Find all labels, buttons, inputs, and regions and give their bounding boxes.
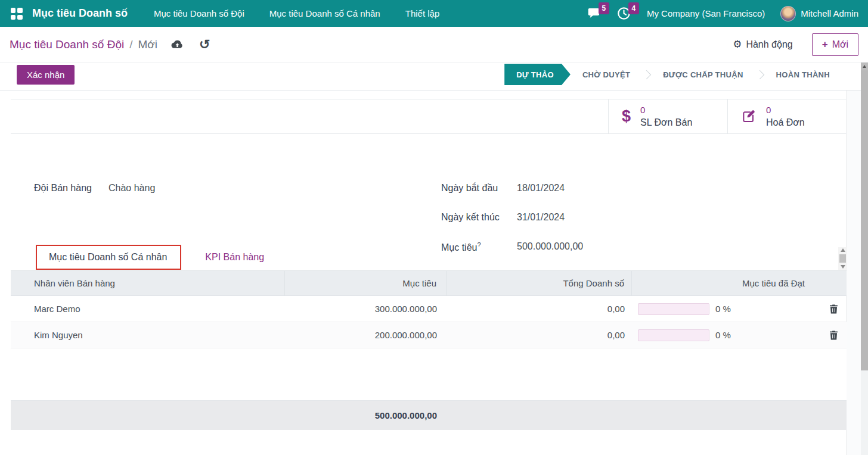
avatar (780, 6, 796, 21)
statusbar: Xác nhận DỰ THẢO CHỜ DUYỆT ĐƯỢC CHẤP THU… (0, 63, 861, 91)
target-total: 500.000.000,00 (285, 410, 447, 420)
scrollbar-thumb[interactable] (839, 254, 846, 263)
sale-orders-count: 0 (640, 104, 692, 116)
total-sales-cell[interactable]: 0,00 (447, 304, 632, 314)
window-scrollbar[interactable] (861, 63, 868, 455)
top-navbar: Mục tiêu Doanh số Mục tiêu Doanh số Đội … (0, 0, 868, 27)
sale-orders-label: SL Đơn Bán (640, 116, 692, 129)
target-cell[interactable]: 200.000.000,00 (285, 330, 447, 340)
messages-badge: 5 (599, 2, 609, 14)
table-total-row: 500.000.000,00 (11, 401, 847, 430)
stage-done[interactable]: HOÀN THÀNH (764, 64, 842, 85)
stage-approved[interactable]: ĐƯỢC CHẤP THUẬN (651, 64, 755, 85)
breadcrumb: Mục tiêu Doanh số Đội / Mới (10, 38, 157, 51)
chevron-right-icon (755, 70, 764, 79)
gear-icon: ⚙ (733, 38, 742, 51)
menu-settings[interactable]: Thiết lập (405, 8, 440, 18)
app-name[interactable]: Mục tiêu Doanh số (32, 7, 128, 20)
tab-personal-sales-target[interactable]: Mục tiêu Doanh số Cá nhân (36, 244, 180, 271)
col-header-target[interactable]: Mục tiêu (285, 271, 447, 295)
form-sheet: $ 0 SL Đơn Bán 0 Hoá Đơn (0, 91, 847, 455)
dollar-icon: $ (622, 107, 631, 126)
table-row[interactable]: Marc Demo 300.000.000,00 0,00 0 % (11, 296, 847, 322)
invoices-count: 0 (766, 104, 805, 116)
apps-menu-icon[interactable] (11, 8, 23, 20)
menu-personal-sales-target[interactable]: Mục tiêu Doanh số Cá nhân (269, 8, 380, 18)
salesperson-cell[interactable]: Kim Nguyen (11, 330, 285, 340)
col-header-total-sales[interactable]: Tổng Doanh số (447, 271, 632, 295)
user-name: Mitchell Admin (801, 8, 858, 18)
breadcrumb-separator: / (129, 38, 132, 51)
breadcrumb-current: Mới (138, 38, 158, 51)
activities-button[interactable]: 4 (617, 7, 631, 21)
salesperson-cell[interactable]: Marc Demo (11, 304, 285, 314)
sales-team-label: Đội Bán hàng (34, 183, 108, 194)
odoo-window: Mục tiêu Doanh số Mục tiêu Doanh số Đội … (0, 0, 868, 455)
achieved-percent: 0 % (715, 304, 731, 314)
scroll-down-icon[interactable] (841, 265, 845, 269)
list-scrollbar[interactable] (838, 247, 847, 270)
edit-square-icon (741, 109, 757, 124)
discard-undo-icon[interactable]: ↺ (199, 39, 210, 51)
personal-target-table: Nhân viên Bán hàng Mục tiêu Tổng Doanh s… (11, 271, 847, 430)
activities-badge: 4 (628, 2, 639, 14)
achieved-percent: 0 % (715, 330, 731, 340)
delete-row-button[interactable] (829, 331, 838, 340)
col-header-salesperson[interactable]: Nhân viên Bán hàng (11, 271, 285, 295)
stage-pipeline: DỰ THẢO CHỜ DUYỆT ĐƯỢC CHẤP THUẬN HOÀN T… (504, 64, 842, 85)
scrollbar-thumb[interactable] (861, 70, 868, 370)
menu-team-sales-target[interactable]: Mục tiêu Doanh số Đội (154, 8, 244, 18)
scroll-up-icon[interactable] (841, 248, 845, 252)
top-menu: Mục tiêu Doanh số Đội Mục tiêu Doanh số … (154, 8, 439, 18)
total-sales-cell[interactable]: 0,00 (447, 330, 632, 340)
form-view: $ 0 SL Đơn Bán 0 Hoá Đơn (0, 91, 861, 455)
company-switcher[interactable]: My Company (San Francisco) (647, 8, 765, 18)
end-date-label: Ngày kết thúc (441, 212, 517, 223)
sales-team-field[interactable]: Chào hàng (108, 183, 155, 194)
stage-draft[interactable]: DỰ THẢO (504, 64, 571, 85)
start-date-label: Ngày bắt đầu (441, 183, 517, 194)
scroll-up-icon[interactable] (861, 63, 868, 70)
messages-button[interactable]: 5 (587, 7, 602, 21)
user-menu[interactable]: Mitchell Admin (780, 6, 858, 21)
progress-bar (638, 303, 709, 315)
start-date-field[interactable]: 18/01/2024 (517, 183, 565, 194)
tab-sales-kpi[interactable]: KPI Bán hàng (192, 244, 277, 271)
save-cloud-icon[interactable] (170, 39, 184, 50)
progress-bar (638, 329, 709, 341)
table-row[interactable]: Kim Nguyen 200.000.000,00 0,00 0 % (11, 322, 847, 348)
end-date-field[interactable]: 31/01/2024 (517, 212, 565, 223)
invoices-label: Hoá Đơn (766, 116, 805, 129)
delete-row-button[interactable] (829, 304, 838, 314)
plus-icon: + (822, 39, 828, 51)
action-menu-button[interactable]: ⚙ Hành động (733, 38, 793, 51)
sale-orders-stat-button[interactable]: $ 0 SL Đơn Bán (608, 99, 727, 133)
control-panel: Mục tiêu Doanh số Đội / Mới ↺ ⚙ Hành độn… (0, 27, 868, 63)
invoices-stat-button[interactable]: 0 Hoá Đơn (727, 99, 847, 133)
new-record-button[interactable]: + Mới (812, 33, 858, 56)
action-menu-label: Hành động (746, 39, 792, 50)
notebook-tabs: Mục tiêu Doanh số Cá nhân KPI Bán hàng (11, 244, 847, 271)
smart-button-box: $ 0 SL Đơn Bán 0 Hoá Đơn (11, 99, 847, 134)
stage-waiting-approval[interactable]: CHỜ DUYỆT (571, 64, 642, 85)
confirm-button[interactable]: Xác nhận (17, 65, 75, 85)
table-header-row: Nhân viên Bán hàng Mục tiêu Tổng Doanh s… (11, 271, 847, 296)
chevron-right-icon (642, 70, 652, 79)
target-cell[interactable]: 300.000.000,00 (285, 304, 447, 314)
breadcrumb-parent-link[interactable]: Mục tiêu Doanh số Đội (10, 38, 124, 51)
col-header-target-achieved[interactable]: Mục tiêu đã Đạt (632, 278, 820, 288)
empty-rows-area[interactable] (11, 348, 847, 401)
new-button-label: Mới (832, 39, 848, 50)
